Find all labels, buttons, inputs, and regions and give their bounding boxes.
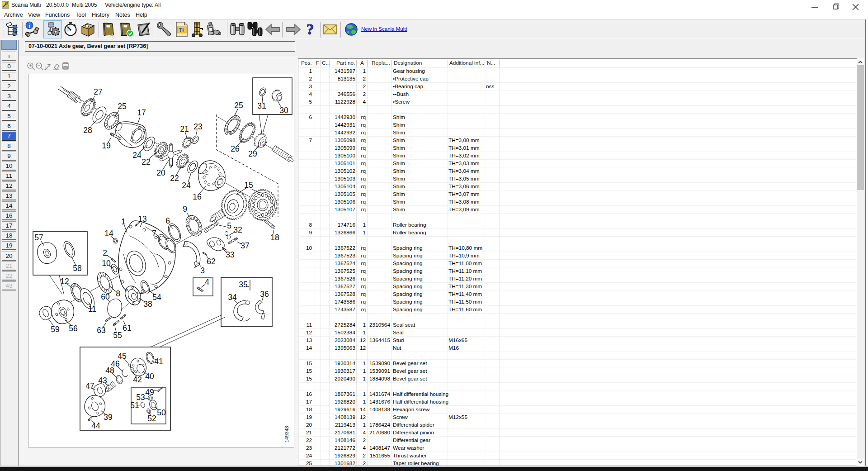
svg-text:34: 34: [228, 293, 237, 302]
svg-text:56: 56: [69, 324, 77, 333]
svg-text:25: 25: [234, 101, 243, 110]
svg-text:42: 42: [133, 375, 142, 384]
svg-text:20: 20: [156, 168, 165, 177]
svg-text:19: 19: [102, 141, 110, 150]
svg-text:38: 38: [143, 300, 152, 309]
svg-text:59: 59: [51, 325, 59, 334]
svg-text:24: 24: [132, 151, 142, 160]
svg-text:23: 23: [193, 122, 202, 131]
svg-text:9: 9: [183, 205, 187, 214]
svg-text:29: 29: [248, 149, 257, 158]
svg-text:52: 52: [147, 414, 156, 423]
svg-text:14: 14: [104, 229, 113, 238]
svg-text:?: ?: [307, 21, 314, 38]
svg-text:8: 8: [116, 289, 120, 298]
svg-text:17: 17: [137, 108, 146, 117]
svg-text:55: 55: [113, 331, 122, 340]
svg-text:30: 30: [279, 106, 288, 115]
svg-text:61: 61: [123, 324, 131, 333]
svg-text:2: 2: [103, 248, 107, 257]
svg-text:149348: 149348: [284, 426, 289, 442]
svg-text:13: 13: [138, 214, 146, 224]
svg-text:21: 21: [180, 124, 189, 133]
svg-text:6: 6: [165, 216, 170, 225]
svg-text:i: i: [28, 22, 30, 29]
svg-text:1: 1: [121, 217, 126, 226]
svg-text:40: 40: [145, 372, 154, 381]
svg-text:47: 47: [85, 381, 94, 390]
svg-text:36: 36: [260, 290, 269, 299]
svg-text:31: 31: [257, 101, 266, 110]
svg-text:26: 26: [231, 144, 239, 153]
svg-text:16: 16: [193, 192, 201, 201]
svg-text:24: 24: [182, 181, 191, 190]
svg-text:57: 57: [34, 233, 43, 242]
svg-text:63: 63: [97, 326, 105, 335]
svg-text:4: 4: [205, 277, 209, 286]
svg-text:3: 3: [200, 266, 205, 275]
svg-text:35: 35: [239, 280, 247, 289]
svg-text:58: 58: [73, 264, 81, 273]
svg-text:60: 60: [101, 292, 110, 301]
svg-text:Ti: Ti: [179, 27, 184, 33]
svg-text:22: 22: [170, 174, 179, 183]
svg-text:33: 33: [226, 250, 234, 259]
svg-text:41: 41: [154, 357, 163, 366]
svg-text:49: 49: [145, 388, 154, 397]
svg-text:28: 28: [83, 126, 92, 135]
svg-text:7: 7: [152, 229, 156, 238]
svg-text:18: 18: [270, 233, 279, 242]
svg-text:11: 11: [88, 304, 96, 314]
svg-text:27: 27: [94, 87, 102, 96]
svg-text:5: 5: [227, 221, 231, 230]
svg-text:25: 25: [118, 102, 126, 111]
svg-text:53: 53: [136, 393, 145, 402]
svg-text:32: 32: [233, 225, 242, 234]
svg-text:37: 37: [241, 241, 249, 250]
svg-text:10: 10: [102, 259, 111, 268]
svg-text:44: 44: [91, 421, 100, 430]
